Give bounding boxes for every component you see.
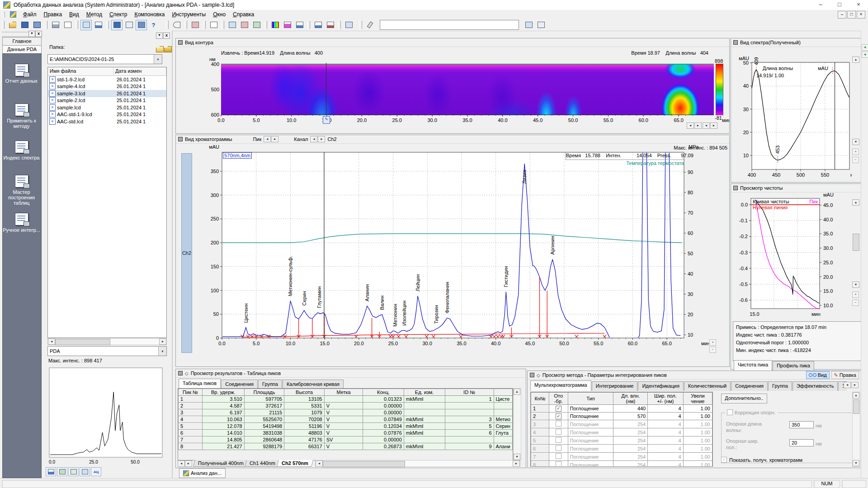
table-row[interactable]: 24.5873726175331V0.00000 [179, 403, 513, 409]
table-scroll-right-icon[interactable]: ► [513, 460, 520, 467]
dock-back-icon[interactable]: ◄ [862, 44, 868, 51]
scales-tool-button[interactable] [535, 20, 547, 30]
undo-button[interactable] [171, 20, 182, 30]
table-row[interactable]: 714.805286064847176SV0.00000 [179, 436, 513, 443]
auto-scale-button[interactable]: АЦ [91, 467, 101, 476]
subtract-checkbox[interactable]: ✓ [556, 406, 561, 412]
method-vscrollbar[interactable]: ▲ ▼ [852, 392, 860, 467]
purity-scroll-thumb[interactable] [853, 234, 859, 251]
edit-method-button[interactable] [189, 20, 201, 30]
sidebar-item-Мастер построения таблиц[interactable]: Мастер построения таблиц [3, 175, 40, 206]
print-button[interactable] [50, 20, 61, 30]
purity-zoom-out-icon[interactable]: − [852, 300, 859, 306]
file-name-column-header[interactable]: Имя файла [48, 67, 113, 75]
column-header-ID №[interactable]: ID № [445, 389, 494, 396]
peak-prev-icon[interactable]: ◄ [264, 136, 271, 142]
file-row[interactable]: ≈sample-2.lcd25.01.2024 1 [48, 97, 166, 104]
contour-prev-icon[interactable]: ◄ [687, 122, 694, 129]
column-header-Пик №[interactable]: Пик № [179, 389, 203, 396]
spectrum-zoom-out-icon[interactable]: − [852, 157, 859, 163]
file-panel-dropdown-icon[interactable]: ▼ [156, 33, 163, 39]
subtract-checkbox[interactable] [556, 445, 561, 451]
table-scroll-left-icon[interactable]: ◄ [316, 460, 323, 467]
channel-row[interactable]: 1✓Поглощение44041.00 [531, 405, 712, 413]
contour-map-button[interactable] [269, 20, 281, 30]
up-folder-button[interactable] [164, 46, 172, 52]
method-panel-header[interactable]: ◇ Просмотр метода - Параметры интегриров… [528, 371, 861, 380]
show-chromatogram-checkbox[interactable]: ✓ [721, 457, 727, 463]
ref-bandwidth-input[interactable]: 20 [789, 439, 814, 446]
sidebar-item-Ручное интегр...[interactable]: Ручное интегр... [3, 213, 40, 233]
results-tab-Соединения[interactable]: Соединения [221, 380, 258, 389]
chromatogram-button[interactable] [312, 20, 324, 30]
save-as-button[interactable] [31, 20, 42, 30]
file-panel-close-icon[interactable]: x [163, 33, 170, 39]
preview-table-button[interactable] [68, 467, 79, 476]
column-header-Ото[interactable]: Ото-бр. [549, 393, 568, 405]
save-button[interactable] [19, 20, 30, 30]
menu-Окно[interactable]: Окно [209, 10, 229, 19]
channel-row[interactable]: 8Поглощение25441.00 [531, 461, 712, 467]
spectrum-scroll-up-icon[interactable]: ▲ [852, 56, 859, 63]
results-vscrollbar[interactable]: ▲ ▼ [513, 388, 521, 460]
help-button[interactable]: ? [148, 20, 159, 30]
ref-correction-checkbox[interactable] [727, 409, 733, 415]
menu-Справка[interactable]: Справка [229, 10, 258, 19]
channel-prev-icon[interactable]: ◄ [310, 136, 317, 142]
contour-panel-header[interactable]: Вид контура [176, 38, 729, 47]
maximize-button[interactable]: □ [830, 0, 849, 10]
results-tab-Таблица пиков[interactable]: Таблица пиков [179, 379, 221, 389]
method-tab-Соединения[interactable]: Соединения [731, 381, 768, 391]
column-header-Высота[interactable]: Высота [284, 389, 324, 396]
spectrum-view-button[interactable] [282, 20, 293, 30]
sidebar-tab-Данные PDA[interactable]: Данные PDA [2, 45, 42, 54]
mdi-close-button[interactable]: × [857, 11, 865, 19]
file-row[interactable]: ≈AAC-std-1-9.lcd25.01.2024 1 [48, 111, 166, 118]
results-tab-Группа[interactable]: Группа [258, 380, 282, 389]
view-contour-toggle[interactable] [111, 20, 123, 30]
purity-tab-Профиль пика[interactable]: Профиль пика [773, 361, 814, 371]
channel-next-icon[interactable]: ► [318, 136, 325, 142]
pda-preview-chart[interactable]: 0.025.050.0 [47, 364, 167, 468]
column-header-Конц.[interactable]: Конц. [363, 389, 404, 396]
sheet-tab-Ch1 440nm[interactable]: Ch1 440nm [245, 460, 281, 467]
layout-chart-toggle[interactable] [93, 20, 104, 30]
mdi-minimize-button[interactable]: – [838, 11, 846, 19]
method-tab-Группа[interactable]: Группа [768, 381, 792, 391]
contour-time-cursor[interactable] [326, 63, 326, 114]
subtract-checkbox[interactable] [556, 437, 561, 443]
method-edit-button[interactable]: ✎ Правка [831, 371, 859, 379]
preview-grid-button[interactable] [80, 467, 90, 476]
quick-search-combo[interactable] [380, 20, 519, 30]
chrom-zoom-in-button[interactable]: + [709, 339, 716, 346]
channel-row[interactable]: 2✓Поглощение57041.00 [531, 413, 712, 420]
column-header-Метка[interactable]: Метка [324, 389, 363, 396]
subtract-checkbox[interactable] [556, 429, 561, 435]
compound-table-button[interactable] [251, 20, 262, 30]
purity-tab-Чистота пика[interactable]: Чистота пика [734, 360, 772, 371]
file-row[interactable]: ≈sample-3.lcd26.01.2024 1 [48, 90, 166, 97]
apply-method-button[interactable] [208, 20, 219, 30]
purity-zoom-in-icon[interactable]: + [852, 291, 859, 298]
peak-next-icon[interactable]: ► [271, 136, 278, 142]
assistant-close-icon[interactable]: x [35, 31, 42, 37]
chromatogram-chart[interactable]: ЦистеинМетионин-сульф.СеринГлутаминАлани… [176, 142, 729, 366]
open-data-button[interactable] [7, 20, 18, 30]
column-header-Увели[interactable]: Увеличение [683, 393, 712, 405]
file-row[interactable]: ≈sample.lcd25.01.2024 1 [48, 104, 166, 111]
method-tabs-left-icon[interactable]: ◄ [844, 382, 851, 388]
method-tab-Количественный[interactable]: Количественный [684, 381, 731, 391]
table-row[interactable]: 13.510597705131050.01323mkM\ml1Цисте [179, 396, 513, 403]
menu-Инструменты[interactable]: Инструменты [168, 10, 209, 19]
minimize-button[interactable]: – [811, 0, 830, 10]
column-header-Кн№[interactable]: Кн№ [531, 393, 549, 405]
method-tabs-right-icon[interactable]: ► [851, 382, 859, 388]
channel-row[interactable]: 6Поглощение25441.00 [531, 445, 712, 453]
results-tab-Калибровочная кривая[interactable]: Калибровочная кривая [283, 380, 344, 389]
column-header-Вр. удерж.[interactable]: Вр. удерж. [202, 389, 244, 396]
purity-scroll-up-icon[interactable]: ▲ [852, 199, 859, 206]
file-row[interactable]: ≈std-1-9-2.lcd26.01.2024 1 [48, 76, 166, 83]
menu-Файл[interactable]: Файл [19, 10, 40, 19]
contour-next-icon[interactable]: ► [694, 122, 702, 129]
method-scroll-up-icon[interactable]: ▲ [853, 392, 859, 399]
